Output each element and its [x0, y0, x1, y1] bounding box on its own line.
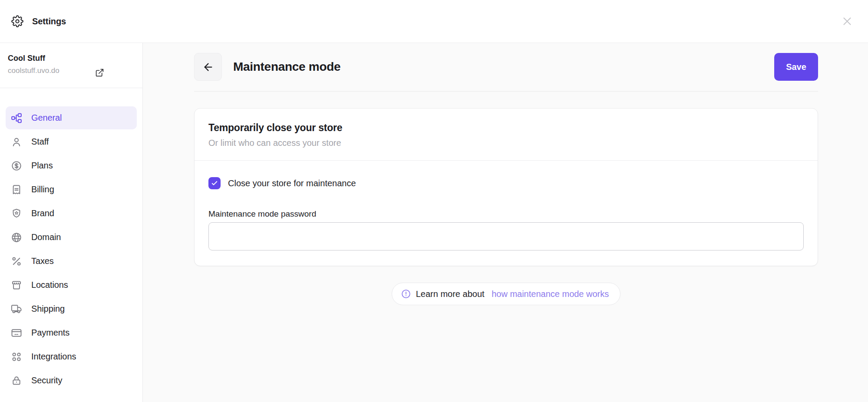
sidebar-item-label: Security: [31, 376, 62, 386]
card-body: Close your store for maintenance Mainten…: [195, 161, 818, 266]
password-field-group: Maintenance mode password: [208, 209, 804, 250]
credit-card-icon: [11, 327, 22, 339]
main-content: Maintenance mode Save Temporarily close …: [143, 43, 868, 402]
maintenance-card: Temporarily close your store Or limit wh…: [194, 108, 818, 266]
sidebar-item-label: Payments: [31, 328, 69, 338]
dollar-circle-icon: [11, 160, 22, 171]
learn-more-pill: Learn more about how maintenance mode wo…: [392, 283, 621, 305]
sidebar-item-brand[interactable]: Brand: [6, 202, 137, 225]
topbar: Settings: [0, 0, 868, 43]
sidebar-item-label: Plans: [31, 161, 53, 171]
sidebar-item-label: General: [31, 113, 62, 123]
sidebar-item-security[interactable]: Security: [6, 369, 137, 392]
save-button[interactable]: Save: [774, 53, 818, 81]
page-context-title: Settings: [32, 16, 66, 26]
sidebar-item-locations[interactable]: Locations: [6, 273, 137, 297]
sidebar-item-integrations[interactable]: Integrations: [6, 345, 137, 368]
globe-icon: [11, 232, 22, 243]
header-divider: [194, 91, 818, 92]
card-subtitle: Or limit who can access your store: [208, 138, 804, 148]
close-settings-button[interactable]: [838, 12, 857, 31]
grid-dots-icon: [11, 351, 22, 362]
sidebar-nav: GeneralStaffPlansBillingBrandDomainTaxes…: [0, 88, 142, 392]
back-button[interactable]: [194, 53, 222, 81]
store-info: Cool Stuff coolstuff.uvo.do: [0, 43, 142, 88]
sidebar-item-billing[interactable]: Billing: [6, 178, 137, 201]
page-title: Maintenance mode: [233, 60, 340, 74]
receipt-icon: [11, 184, 22, 195]
checkmark-icon: [211, 179, 218, 187]
card-title: Temporarily close your store: [208, 122, 804, 134]
storefront-icon: [11, 280, 22, 291]
store-name: Cool Stuff: [8, 54, 135, 63]
close-store-checkbox-row[interactable]: Close your store for maintenance: [208, 177, 804, 189]
hierarchy-icon: [11, 112, 22, 124]
sidebar-item-label: Integrations: [31, 352, 76, 362]
sidebar-item-shipping[interactable]: Shipping: [6, 297, 137, 320]
sidebar-item-payments[interactable]: Payments: [6, 321, 137, 344]
sidebar-item-plans[interactable]: Plans: [6, 154, 137, 177]
sidebar-item-label: Staff: [31, 137, 49, 147]
sidebar-item-label: Billing: [31, 185, 54, 194]
maintenance-password-input[interactable]: [208, 222, 804, 250]
sidebar-item-label: Brand: [31, 208, 54, 218]
external-link-icon: [95, 68, 104, 77]
app-shell: Cool Stuff coolstuff.uvo.do GeneralStaff…: [0, 43, 868, 402]
sidebar-item-domain[interactable]: Domain: [6, 226, 137, 249]
truck-icon: [11, 303, 22, 315]
page-header: Maintenance mode Save: [194, 53, 818, 81]
learn-more-text: Learn more about: [416, 289, 487, 299]
sidebar-item-general[interactable]: General: [6, 106, 137, 129]
close-store-checkbox-label: Close your store for maintenance: [228, 178, 356, 188]
info-circle-icon: [401, 289, 411, 299]
sidebar-item-staff[interactable]: Staff: [6, 130, 137, 153]
password-field-label: Maintenance mode password: [208, 209, 804, 219]
gear-icon: [11, 15, 23, 27]
sidebar-item-label: Taxes: [31, 256, 54, 266]
sidebar-item-label: Locations: [31, 280, 68, 290]
close-icon: [841, 15, 854, 28]
store-domain: coolstuff.uvo.do: [8, 66, 135, 75]
maintenance-mode-link[interactable]: how maintenance mode works: [492, 289, 609, 299]
card-header: Temporarily close your store Or limit wh…: [195, 109, 818, 160]
settings-sidebar: Cool Stuff coolstuff.uvo.do GeneralStaff…: [0, 43, 143, 402]
shield-star-icon: [11, 208, 22, 219]
sidebar-item-label: Shipping: [31, 304, 65, 314]
user-icon: [11, 136, 22, 148]
lock-icon: [11, 375, 22, 386]
sidebar-item-label: Domain: [31, 232, 61, 242]
arrow-left-icon: [202, 61, 214, 73]
close-store-checkbox[interactable]: [208, 177, 221, 189]
open-store-button[interactable]: [95, 68, 104, 77]
sidebar-item-taxes[interactable]: Taxes: [6, 250, 137, 273]
percent-icon: [11, 256, 22, 267]
